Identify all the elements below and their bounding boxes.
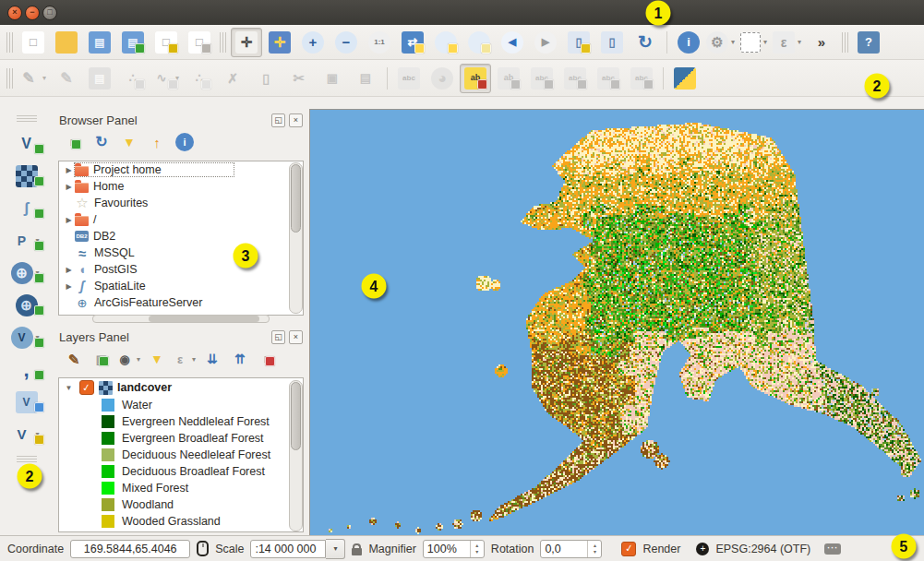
add-spatialite-layer-button[interactable]: ʃ (6, 194, 48, 222)
add-wms-layer-button[interactable]: ⊕ (6, 258, 48, 287)
menu-plugins[interactable] (172, 8, 190, 18)
node-tool-button[interactable]: ✗ (217, 64, 248, 93)
close-panel-icon[interactable]: × (289, 113, 303, 127)
browser-item-arcgisfeatureserver[interactable]: ArcGisFeatureServer (59, 294, 303, 311)
zoom-full-button[interactable]: ⇄ (397, 28, 428, 57)
legend-item[interactable]: Mixed Forest (59, 480, 303, 496)
menu-view[interactable] (111, 8, 129, 18)
menu-edit[interactable] (90, 8, 109, 18)
dropdown-arrow-icon[interactable] (728, 38, 738, 46)
move-feature-button[interactable]: ∴ (184, 64, 215, 93)
spinner-arrows-icon[interactable] (587, 541, 601, 557)
zoom-to-layer-button[interactable] (463, 28, 495, 57)
menu-processing[interactable] (273, 8, 292, 18)
save-project-button[interactable]: ▤ (84, 28, 115, 57)
magnifier-input[interactable] (424, 542, 470, 556)
toggle-editing-button[interactable]: ✎ (51, 64, 82, 93)
legend-item[interactable]: Woodland (59, 496, 303, 513)
browser-vertical-scrollbar[interactable] (289, 162, 303, 314)
browser-item-root[interactable]: ▶ / (59, 211, 303, 228)
zoom-in-button[interactable]: + (297, 28, 329, 57)
identify-features-button[interactable]: i (673, 28, 704, 57)
pan-to-selection-button[interactable]: ✛ (264, 28, 295, 57)
expand-arrow-icon[interactable]: ▶ (63, 266, 75, 274)
dropdown-arrow-icon[interactable] (134, 355, 143, 364)
new-bookmark-button[interactable]: ▯ (563, 28, 594, 57)
browser-horizontal-scrollbar[interactable] (92, 315, 270, 323)
legend-item[interactable]: Evergreen Broadleaf Forest (59, 430, 303, 447)
zoom-to-selection-button[interactable] (430, 28, 462, 57)
legend-item[interactable]: Wooded Grassland (59, 513, 303, 530)
browser-item-postgis[interactable]: ▶ PostGIS (59, 261, 303, 278)
show-hide-labels-button[interactable]: abc (526, 64, 558, 93)
scale-lock-icon[interactable] (352, 548, 362, 555)
toolbar-grip[interactable] (842, 32, 848, 53)
layer-labeling-options-button[interactable]: ab (460, 64, 491, 93)
browser-item-home[interactable]: ▶ Home (59, 178, 303, 195)
scrollbar-thumb[interactable] (149, 316, 259, 322)
open-project-button[interactable] (51, 28, 82, 57)
diagram-options-button[interactable]: ◕ (426, 64, 458, 93)
browser-item-db2[interactable]: DB2 (59, 228, 303, 245)
legend-item[interactable]: Evergreen Neddleleaf Forest (59, 413, 303, 430)
browser-item-project-home[interactable]: ▶ Project home (59, 161, 303, 178)
add-wfs-layer-button[interactable]: V (6, 323, 48, 352)
scale-input[interactable] (250, 540, 326, 558)
crs-globe-icon[interactable] (696, 543, 709, 555)
scrollbar-thumb[interactable] (291, 164, 301, 233)
zoom-last-button[interactable]: ◀ (497, 28, 528, 57)
composer-manager-button[interactable]: □ (184, 28, 215, 57)
show-bookmarks-button[interactable]: ▯ (596, 28, 628, 57)
python-console-button[interactable] (669, 64, 701, 93)
legend-item[interactable]: Deciduous Broadleaf Forest (59, 463, 303, 480)
render-checkbox[interactable] (621, 542, 636, 556)
expand-arrow-icon[interactable]: ▶ (63, 216, 75, 224)
window-close-button[interactable]: × (7, 6, 22, 20)
refresh-browser-button[interactable]: ↻ (90, 131, 113, 153)
pan-map-button[interactable]: ✛ (231, 28, 262, 57)
messages-icon[interactable] (824, 543, 841, 555)
window-minimize-button[interactable]: − (25, 6, 40, 20)
menu-layer[interactable] (131, 8, 150, 18)
add-raster-layer-button[interactable] (6, 161, 48, 190)
browser-item-favourites[interactable]: Favourites (59, 195, 303, 211)
select-features-button[interactable] (739, 28, 771, 57)
filter-expression-button[interactable]: ε (174, 348, 196, 370)
delete-selected-button[interactable]: ▯ (250, 64, 282, 93)
copy-features-button[interactable]: ▣ (317, 64, 348, 93)
menu-settings[interactable] (151, 8, 170, 18)
collapse-arrow-icon[interactable]: ▼ (63, 384, 75, 392)
expand-arrow-icon[interactable]: ▶ (63, 282, 75, 291)
rotate-label-button[interactable]: abc (593, 64, 624, 93)
new-layer-button[interactable]: V (6, 420, 48, 448)
float-panel-icon[interactable]: ◱ (271, 330, 285, 344)
add-postgis-layer-button[interactable]: P (6, 226, 48, 255)
mouse-position-icon[interactable] (197, 541, 209, 556)
help-button[interactable]: ? (853, 28, 884, 57)
layers-vertical-scrollbar[interactable] (289, 380, 303, 531)
current-edits-button[interactable]: ✎ (18, 64, 49, 93)
add-vector-layer-button[interactable]: V (6, 129, 48, 158)
legend-item[interactable]: Water (59, 397, 303, 413)
add-delimited-text-layer-button[interactable]: , (6, 355, 48, 384)
add-group-button[interactable]: ▣ (90, 348, 113, 370)
select-by-expression-button[interactable]: ε (773, 28, 804, 57)
legend-item[interactable]: Deciduous Needleleaf Forest (59, 447, 303, 463)
manage-visibility-button[interactable]: ◉ (118, 348, 140, 370)
new-shapefile-layer-button[interactable]: V (6, 388, 48, 416)
layer-visibility-checkbox[interactable] (79, 380, 94, 395)
menu-help[interactable] (294, 8, 312, 18)
refresh-button[interactable]: ↻ (630, 28, 661, 57)
float-panel-icon[interactable]: ◱ (271, 113, 285, 127)
new-print-composer-button[interactable]: □ (150, 28, 182, 57)
toolbar-grip[interactable] (6, 68, 13, 89)
expand-arrow-icon[interactable]: ▶ (63, 183, 75, 191)
menu-project[interactable] (70, 8, 89, 18)
collapse-all-layers-button[interactable]: ⇈ (229, 348, 251, 370)
pin-labels-button[interactable]: ab (493, 64, 524, 93)
rotation-input[interactable] (541, 542, 587, 556)
add-wcs-layer-button[interactable]: ⊕ (6, 291, 48, 319)
filter-browser-button[interactable]: ▼ (118, 131, 140, 153)
dropdown-arrow-icon[interactable] (795, 38, 804, 46)
expand-arrow-icon[interactable]: ▶ (63, 166, 75, 174)
